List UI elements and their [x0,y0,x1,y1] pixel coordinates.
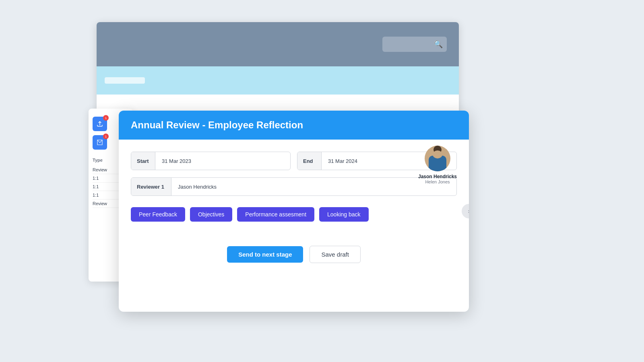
modal-header: Annual Review - Employee Reflection [119,111,469,140]
modal-footer: Send to next stage Save draft [119,242,469,271]
tag-row: Peer Feedback Objectives Performance ass… [131,207,457,222]
upload-badge: 1 [103,115,109,121]
end-value: 31 Mar 2024 [322,158,364,164]
avatar-name: Jason Hendricks [418,174,457,179]
avatar-image [425,146,450,171]
reviewer-label: Reviewer 1 [131,178,171,195]
date-row: Start 31 Mar 2023 End 31 Mar 2024 [131,152,457,170]
email-icon [96,139,103,146]
peer-feedback-tag[interactable]: Peer Feedback [131,207,185,222]
modal-body: Jason Hendricks Helen Jones Start 31 Mar… [119,140,469,242]
looking-back-tag[interactable]: Looking back [319,207,369,222]
avatar [425,146,450,171]
start-date-field: Start 31 Mar 2023 [131,152,291,170]
bg-subheader-bar [105,77,145,84]
review-modal: Annual Review - Employee Reflection Jaso… [119,111,469,312]
reviewer-value: Jason Hendricks [171,184,223,190]
background-window: 🔍 [97,22,459,119]
upload-icon [96,120,103,128]
email-icon-btn[interactable]: 1 [93,135,107,150]
bg-search-bar: 🔍 [382,37,447,52]
search-icon: 🔍 [434,40,443,49]
start-value: 31 Mar 2023 [155,158,198,164]
send-to-next-stage-button[interactable]: Send to next stage [227,246,303,263]
end-label: End [297,152,322,170]
avatar-sub: Helen Jones [425,179,450,184]
save-draft-button[interactable]: Save draft [310,246,360,263]
svg-point-2 [433,150,442,158]
bg-subheader [97,66,459,95]
email-badge: 1 [103,134,109,139]
bg-header: 🔍 [97,22,459,66]
avatar-section: Jason Hendricks Helen Jones [418,146,457,184]
objectives-tag[interactable]: Objectives [190,207,232,222]
upload-icon-btn[interactable]: 1 [93,117,107,131]
start-label: Start [131,152,155,170]
modal-title: Annual Review - Employee Reflection [131,119,303,131]
reviewer-field: Reviewer 1 Jason Hendricks [131,177,457,196]
performance-assesment-tag[interactable]: Performance assesment [237,207,314,222]
